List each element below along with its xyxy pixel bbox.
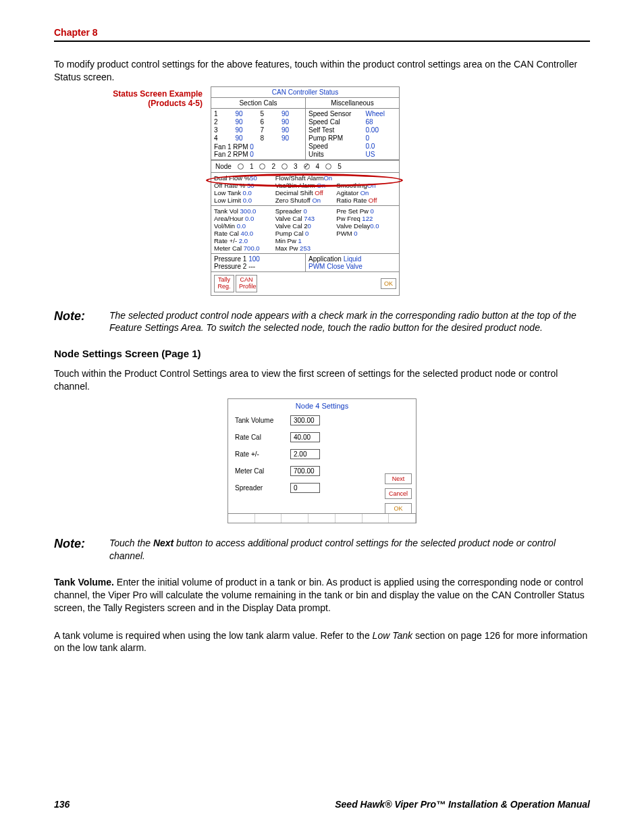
spreader-input[interactable]: 0 xyxy=(290,483,320,493)
node-num: 2 xyxy=(271,163,275,170)
spreader-label: Spreader xyxy=(235,484,286,492)
node-radio-1[interactable] xyxy=(238,163,244,170)
lbl: Pre Set Pw xyxy=(336,207,369,215)
lbl: Off Rate % xyxy=(214,182,245,189)
pwm-close-valve: PWM Close Valve xyxy=(308,263,363,270)
val: 0.0 xyxy=(243,189,252,197)
node-settings-window: Node 4 Settings Tank Volume300.00 Rate C… xyxy=(227,398,417,523)
sc-val: 90 xyxy=(235,126,256,134)
lbl: Flow/Shaft Alarm xyxy=(275,174,324,182)
tank-volume-input[interactable]: 300.00 xyxy=(290,415,320,425)
can-controller-status-window: CAN Controller Status Section Cals Misce… xyxy=(211,86,400,296)
val: Off xyxy=(315,189,323,197)
node-radio-4[interactable] xyxy=(304,163,310,170)
val: 2.0 xyxy=(239,237,248,244)
chapter-label: Chapter 8 xyxy=(54,27,590,38)
val: 0.0 xyxy=(237,222,246,230)
val: 253 xyxy=(300,244,311,252)
val: 1 xyxy=(298,237,301,244)
lbl: Spreader xyxy=(275,207,302,215)
val: 0 xyxy=(308,222,311,230)
cancel-button[interactable]: Cancel xyxy=(385,488,412,499)
sc-idx: 8 xyxy=(261,134,277,142)
lbl: Agitator xyxy=(336,189,358,197)
val: On xyxy=(317,182,325,189)
rate-cal-input[interactable]: 40.00 xyxy=(290,432,320,442)
tally-reg-button[interactable]: Tally Reg. xyxy=(214,275,234,292)
footer-page-number: 136 xyxy=(54,799,70,810)
val: 0.0 xyxy=(245,215,254,222)
val: 122 xyxy=(362,215,373,222)
lbl: Meter Cal xyxy=(214,244,242,252)
lbl: Rate Cal xyxy=(214,230,239,237)
lbl: Pump Cal xyxy=(275,230,304,237)
lbl: Valve Cal xyxy=(275,215,302,222)
note2-text: Touch the Next button to access addition… xyxy=(109,537,590,563)
tank-block[interactable]: Tank Vol 300.0 Spreader 0 Pre Set Pw 0 A… xyxy=(211,206,399,254)
misc-label: Units xyxy=(308,151,363,158)
val: 50 xyxy=(250,174,257,182)
lbl: Low Limit xyxy=(214,197,241,204)
lbl: Valve Delay xyxy=(336,222,370,230)
node-label: Node xyxy=(215,163,232,170)
status-bar xyxy=(228,513,416,523)
val: On xyxy=(323,174,332,182)
val: 40.0 xyxy=(241,230,254,237)
node-num: 5 xyxy=(338,163,342,170)
misc-value: 0.00 xyxy=(366,126,396,134)
sc-val: 90 xyxy=(235,118,256,126)
ok-button[interactable]: OK xyxy=(381,278,396,289)
misc-title: Miscellaneous xyxy=(308,99,396,107)
misc-label: Pump RPM xyxy=(308,134,363,142)
note2-b: Next xyxy=(153,538,173,548)
val: 0.0 xyxy=(370,222,379,230)
rate-pm-input[interactable]: 2.00 xyxy=(290,449,320,459)
meter-cal-label: Meter Cal xyxy=(235,467,286,475)
pressure2-value: --- xyxy=(248,263,255,270)
rate-pm-label: Rate +/- xyxy=(235,450,286,458)
misc-label: Speed Cal xyxy=(308,118,363,126)
tank-volume-paragraph-2: A tank volume is required when using the… xyxy=(54,629,590,655)
header-rule xyxy=(54,41,590,42)
sc-val: 90 xyxy=(235,134,256,142)
sc-idx: 7 xyxy=(261,126,277,134)
val: On xyxy=(312,197,321,204)
misc-value: 0 xyxy=(366,134,396,142)
misc-value: US xyxy=(366,151,396,158)
tank-p2-a: A tank volume is required when using the… xyxy=(54,630,373,641)
sc-idx: 2 xyxy=(214,118,231,126)
section-heading: Node Settings Screen (Page 1) xyxy=(54,348,590,359)
node-num: 4 xyxy=(316,163,320,170)
val: 30 xyxy=(247,182,254,189)
node-radio-2[interactable] xyxy=(259,163,265,170)
footer-title: Seed Hawk® Viper Pro™ Installation & Ope… xyxy=(335,799,590,810)
val: On xyxy=(360,189,369,197)
lbl: Smoothing xyxy=(336,182,367,189)
can-profile-button[interactable]: CAN Profile xyxy=(236,275,257,292)
fan2-value: 0 xyxy=(250,151,254,158)
node-radio-3[interactable] xyxy=(281,163,288,170)
sc-idx: 6 xyxy=(261,118,277,126)
fan2-label: Fan 2 RPM xyxy=(214,151,248,158)
val: 0 xyxy=(305,230,308,237)
rate-cal-label: Rate Cal xyxy=(235,434,286,441)
tank-volume-paragraph-1: Tank Volume. Enter the initial volume of… xyxy=(54,576,590,615)
sc-idx: 5 xyxy=(261,110,277,118)
pressure1-value: 100 xyxy=(248,255,260,263)
flow-block[interactable]: Dual Flow %50 Flow/Shaft AlarmOn Off Rat… xyxy=(211,173,399,206)
application-label: Application xyxy=(308,255,342,263)
node-settings-title: Node 4 Settings xyxy=(228,399,416,413)
section-text: Touch within the Product Control Setting… xyxy=(54,367,590,393)
ok-button-2[interactable]: OK xyxy=(385,503,412,514)
val: 0.0 xyxy=(243,197,252,204)
lbl: Decimal Shift xyxy=(275,189,313,197)
pressure2-label: Pressure 2 xyxy=(214,263,246,270)
node-radio-5[interactable] xyxy=(325,163,331,170)
lbl: Dual Flow % xyxy=(214,174,250,182)
fan1-label: Fan 1 RPM xyxy=(214,143,248,151)
next-button[interactable]: Next xyxy=(385,473,412,484)
lbl: Pw Freq xyxy=(336,215,360,222)
val: On xyxy=(367,182,376,189)
meter-cal-input[interactable]: 700.00 xyxy=(290,466,320,476)
can-title: CAN Controller Status xyxy=(211,87,399,98)
